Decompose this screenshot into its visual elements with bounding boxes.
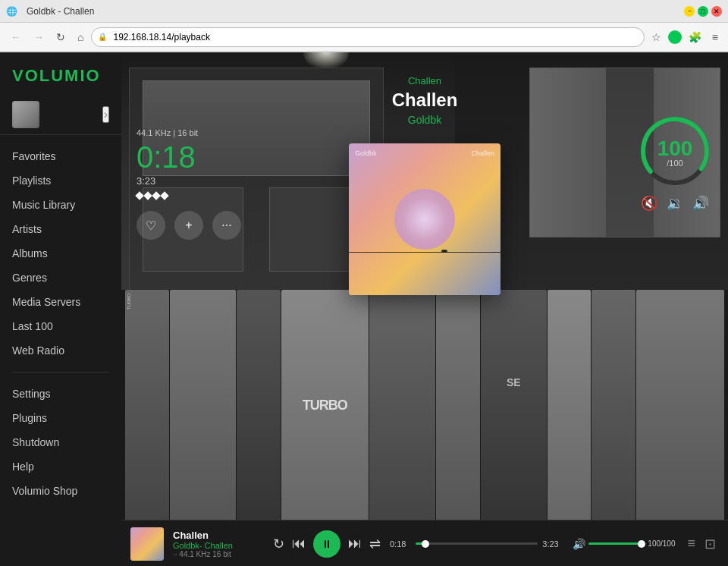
app-container: VOLUMIO › Favorites Playlists Music Libr… (0, 52, 728, 566)
track-artist-main: Goldbk (408, 114, 441, 126)
player-quality: ·· 44.1 KHz 16 bit (173, 550, 264, 558)
sidebar-item-artists[interactable]: Artists (0, 217, 121, 241)
record-bins-container: TURBO TURBO SE (121, 290, 728, 521)
add-button[interactable]: + (174, 211, 203, 240)
reload-button[interactable]: ↻ (52, 28, 70, 46)
prev-button[interactable]: ⏮ (292, 536, 306, 552)
close-button[interactable]: ✕ (711, 6, 722, 17)
ellipsis-icon: ··· (221, 219, 231, 232)
volume-controls: 🔇 🔉 🔊 (641, 195, 709, 212)
bin-text-se: SE (507, 376, 521, 388)
shuffle-button[interactable]: ⇌ (369, 536, 381, 552)
sidebar-item-playlists[interactable]: Playlists (0, 168, 121, 193)
sidebar-item-help[interactable]: Help (0, 454, 121, 479)
player-thumb-image (130, 527, 164, 561)
logo-text: VOLUM (12, 66, 80, 85)
sidebar-item-web-radio[interactable]: Web Radio (0, 338, 121, 363)
queue-button[interactable]: ≡ (684, 533, 698, 555)
player-thumbnail (130, 527, 164, 561)
sidebar-item-volumio-shop[interactable]: Volumio Shop (0, 479, 121, 503)
favicon-icon: 🌐 (6, 6, 17, 17)
info-button[interactable]: ⊡ (701, 533, 719, 555)
player-track-info: Challen Goldbk- Challen ·· 44.1 KHz 16 b… (173, 530, 264, 558)
record-bin-4: TURBO (281, 290, 369, 521)
player-extra-buttons: ≡ ⊡ (684, 533, 719, 555)
volume-up-button[interactable]: 🔊 (692, 195, 709, 212)
repeat-button[interactable]: ↻ (273, 536, 284, 552)
pause-icon: ⏸ (322, 538, 332, 550)
back-button[interactable]: ← (6, 28, 26, 46)
tidal-diamond-4 (160, 191, 168, 200)
record-bin-5 (369, 290, 435, 521)
volume-handle[interactable] (638, 540, 645, 548)
volume-down-button[interactable]: 🔉 (667, 195, 683, 212)
sidebar-item-shutdown[interactable]: Shutdown (0, 430, 121, 454)
sidebar-item-last-100[interactable]: Last 100 (0, 314, 121, 338)
nav-icons: ☆ 🧩 ≡ (648, 29, 722, 46)
prev-icon: ⏮ (292, 536, 306, 551)
volume-mute-button[interactable]: 🔇 (641, 195, 657, 212)
address-bar[interactable]: 🔒 (91, 27, 644, 47)
nav-bar: ← → ↻ ⌂ 🔒 ☆ 🧩 ≡ (0, 23, 728, 52)
sidebar-divider-1 (12, 372, 109, 373)
main-content: TURBO TURBO SE Challen Challen (121, 52, 728, 566)
action-buttons: ♡ + ··· (136, 211, 241, 240)
record-bin-9 (592, 290, 635, 521)
player-bar: Challen Goldbk- Challen ·· 44.1 KHz 16 b… (121, 520, 728, 566)
sidebar-item-favorites[interactable]: Favorites (0, 144, 121, 168)
next-icon: ⏭ (348, 536, 362, 551)
bookmark-button[interactable]: ☆ (648, 29, 665, 46)
status-indicator (668, 30, 682, 44)
bin-text-turbo: TURBO (303, 398, 347, 413)
extensions-button[interactable]: 🧩 (685, 29, 705, 46)
logo-accent: IO (80, 66, 100, 85)
record-bin-7: SE (481, 290, 547, 521)
minimize-button[interactable]: － (684, 6, 695, 17)
track-title-main: Challen (392, 90, 458, 111)
volume-ring[interactable]: 100 /100 (637, 113, 713, 189)
volume-sublabel: /100 (667, 159, 682, 168)
progress-bar[interactable] (416, 542, 538, 545)
sidebar-item-music-library[interactable]: Music Library (0, 193, 121, 217)
forward-button[interactable]: → (29, 28, 49, 46)
home-button[interactable]: ⌂ (73, 28, 88, 46)
title-bar: 🌐 Goldbk - Challen － □ ✕ (0, 0, 728, 23)
current-time-label: 0:18 (390, 539, 411, 549)
sidebar-item-settings[interactable]: Settings (0, 382, 121, 406)
settings-nav-section: Settings Plugins Shutdown Help Volumio S… (0, 379, 121, 506)
progress-bar-handle[interactable] (422, 540, 429, 548)
sidebar-item-genres[interactable]: Genres (0, 266, 121, 290)
volume-knob-container: 100 /100 🔇 🔉 🔊 (637, 113, 713, 212)
volume-bar[interactable] (588, 542, 642, 545)
queue-icon: ≡ (687, 536, 695, 551)
logo: VOLUMIO (0, 52, 121, 95)
next-button[interactable]: ⏭ (348, 536, 362, 552)
expand-button[interactable]: › (102, 106, 109, 123)
progress-area: 0:18 3:23 (390, 539, 563, 549)
info-icon: ⊡ (704, 536, 716, 552)
avatar (12, 101, 39, 128)
total-time-label: 3:23 (542, 539, 563, 549)
browser-title: Goldbk - Challen (20, 6, 684, 17)
album-bird (441, 250, 447, 253)
album-label-left: Goldbk (355, 149, 377, 157)
love-button[interactable]: ♡ (136, 211, 165, 240)
security-icon: 🔒 (98, 33, 107, 41)
shuffle-icon: ⇌ (369, 536, 381, 552)
avatar-image (12, 101, 39, 128)
play-pause-button[interactable]: ⏸ (313, 530, 340, 558)
sidebar-item-media-servers[interactable]: Media Servers (0, 290, 121, 314)
player-volume-icon[interactable]: 🔊 (573, 538, 585, 550)
menu-button[interactable]: ≡ (708, 29, 722, 46)
sidebar-item-albums[interactable]: Albums (0, 241, 121, 266)
background-bottom: TURBO TURBO SE (121, 290, 728, 521)
sidebar-item-plugins[interactable]: Plugins (0, 406, 121, 430)
record-bin-6 (436, 290, 480, 521)
more-button[interactable]: ··· (212, 211, 241, 240)
player-controls: ↻ ⏮ ⏸ ⏭ ⇌ (273, 530, 381, 558)
maximize-button[interactable]: □ (698, 6, 708, 17)
record-bin-10 (636, 290, 724, 521)
current-time-display: 0:18 (136, 142, 241, 172)
main-nav-section: Favorites Playlists Music Library Artist… (0, 141, 121, 366)
url-input[interactable] (113, 32, 635, 42)
